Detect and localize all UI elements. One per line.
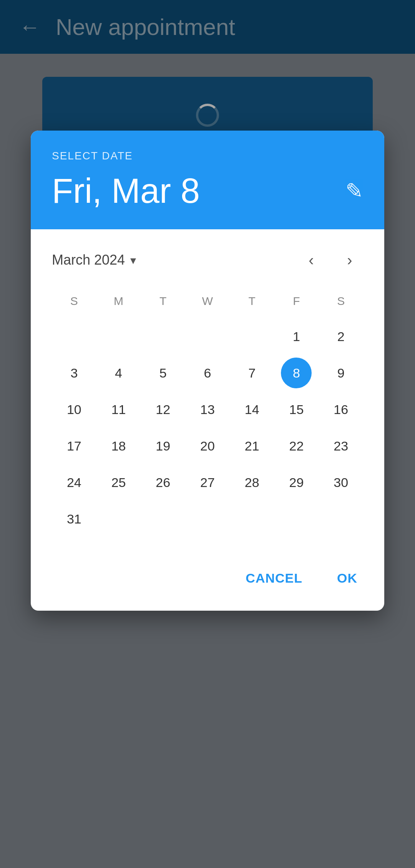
day-cell	[319, 502, 363, 536]
day-cell[interactable]: 5	[141, 356, 185, 390]
day-cell[interactable]: 29	[274, 465, 319, 500]
calendar-grid: SMTWTFS 12345678910111213141516171819202…	[52, 291, 363, 536]
day-header-3: W	[185, 291, 230, 311]
day-cell[interactable]: 31	[52, 502, 96, 536]
day-header-4: T	[230, 291, 274, 311]
day-cell[interactable]: 20	[185, 429, 230, 463]
date-picker-dialog: SELECT DATE Fri, Mar 8 ✎ March 2024 ▾ ‹ …	[31, 131, 384, 611]
day-cell	[96, 319, 141, 354]
day-cell[interactable]: 4	[96, 356, 141, 390]
day-cell[interactable]: 19	[141, 429, 185, 463]
nav-arrows: ‹ ›	[298, 247, 363, 273]
day-cell[interactable]: 13	[185, 392, 230, 427]
day-cell	[185, 319, 230, 354]
day-cell[interactable]: 21	[230, 429, 274, 463]
day-cell[interactable]: 17	[52, 429, 96, 463]
day-header-2: T	[141, 291, 185, 311]
day-cell[interactable]: 12	[141, 392, 185, 427]
day-cell	[141, 502, 185, 536]
day-cell[interactable]: 27	[185, 465, 230, 500]
day-cell[interactable]: 9	[319, 356, 363, 390]
cancel-button[interactable]: CANCEL	[234, 563, 314, 593]
month-year-text: March 2024	[52, 252, 125, 268]
day-cell	[274, 502, 319, 536]
day-cell[interactable]: 25	[96, 465, 141, 500]
day-header-6: S	[319, 291, 363, 311]
day-cell[interactable]: 11	[96, 392, 141, 427]
day-cell[interactable]: 24	[52, 465, 96, 500]
day-cell[interactable]: 30	[319, 465, 363, 500]
next-month-button[interactable]: ›	[336, 247, 363, 273]
day-cell	[185, 502, 230, 536]
day-cell[interactable]: 28	[230, 465, 274, 500]
dialog-header: SELECT DATE Fri, Mar 8 ✎	[31, 131, 384, 229]
days-grid: 1234567891011121314151617181920212223242…	[52, 319, 363, 536]
day-cell[interactable]: 3	[52, 356, 96, 390]
day-header-5: F	[274, 291, 319, 311]
day-cell[interactable]: 2	[319, 319, 363, 354]
day-cell[interactable]: 14	[230, 392, 274, 427]
day-cell[interactable]: 23	[319, 429, 363, 463]
day-cell[interactable]: 16	[319, 392, 363, 427]
day-header-1: M	[96, 291, 141, 311]
day-cell	[52, 319, 96, 354]
dialog-body: March 2024 ▾ ‹ › SMTWTFS 123456789101112…	[31, 229, 384, 555]
day-cell[interactable]: 7	[230, 356, 274, 390]
day-headers-row: SMTWTFS	[52, 291, 363, 311]
day-cell[interactable]: 22	[274, 429, 319, 463]
month-navigation: March 2024 ▾ ‹ ›	[52, 247, 363, 273]
day-header-0: S	[52, 291, 96, 311]
day-cell	[96, 502, 141, 536]
ok-button[interactable]: OK	[325, 563, 369, 593]
day-cell[interactable]: 10	[52, 392, 96, 427]
prev-month-button[interactable]: ‹	[298, 247, 325, 273]
day-cell[interactable]: 6	[185, 356, 230, 390]
day-cell[interactable]: 18	[96, 429, 141, 463]
day-cell	[230, 319, 274, 354]
select-date-label: SELECT DATE	[52, 150, 363, 162]
day-cell[interactable]: 15	[274, 392, 319, 427]
selected-date-display: Fri, Mar 8	[52, 174, 200, 208]
dropdown-arrow-icon: ▾	[130, 253, 136, 267]
edit-date-icon[interactable]: ✎	[345, 179, 363, 203]
day-cell[interactable]: 26	[141, 465, 185, 500]
day-cell[interactable]: 1	[274, 319, 319, 354]
day-cell	[141, 319, 185, 354]
day-cell	[230, 502, 274, 536]
selected-date-row: Fri, Mar 8 ✎	[52, 174, 363, 208]
dialog-footer: CANCEL OK	[31, 555, 384, 611]
month-year-selector[interactable]: March 2024 ▾	[52, 252, 136, 268]
day-cell[interactable]: 8	[281, 358, 312, 388]
